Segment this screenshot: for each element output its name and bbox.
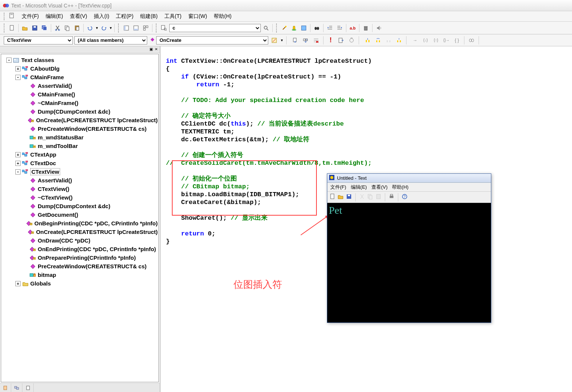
tb-brace-up[interactable]: {↑} bbox=[432, 36, 440, 45]
step-out-button[interactable] bbox=[384, 36, 393, 45]
redo-dropdown[interactable]: ▼ bbox=[109, 26, 112, 30]
paste-button[interactable] bbox=[72, 24, 81, 33]
tab-resourceview[interactable] bbox=[11, 383, 22, 392]
tree-row[interactable]: ~CTextView() bbox=[2, 193, 158, 202]
menu-item[interactable]: 工具(T) bbox=[161, 12, 185, 21]
execute-button[interactable]: ! bbox=[326, 36, 335, 45]
child-copy-button[interactable] bbox=[367, 194, 373, 201]
menu-item[interactable]: 查看(V) bbox=[67, 12, 90, 21]
find-combo[interactable]: c bbox=[169, 24, 261, 32]
find-button[interactable] bbox=[262, 24, 270, 33]
child-print-button[interactable] bbox=[389, 194, 395, 201]
wiz-action-button[interactable] bbox=[270, 36, 279, 45]
redo-button[interactable] bbox=[99, 24, 108, 33]
go-button[interactable] bbox=[337, 36, 346, 45]
tree-row[interactable]: CMainFrame() bbox=[2, 90, 158, 99]
expand-icon[interactable]: + bbox=[15, 281, 21, 286]
wand-button[interactable] bbox=[280, 24, 289, 33]
tb-brace-down[interactable]: {↓} bbox=[421, 36, 430, 45]
find-in-files-button[interactable] bbox=[160, 24, 168, 33]
child-open-button[interactable] bbox=[338, 194, 344, 201]
tree-row[interactable]: +CAboutDlg bbox=[2, 64, 158, 73]
collapse-icon[interactable]: - bbox=[6, 58, 12, 63]
tree-row[interactable]: bitmap bbox=[2, 271, 158, 279]
child-menu-item[interactable]: 帮助(H) bbox=[392, 184, 408, 191]
menu-item[interactable]: 工程(P) bbox=[113, 12, 136, 21]
tab-classview[interactable] bbox=[0, 383, 11, 392]
tb-brace-right[interactable]: {}→ bbox=[442, 36, 451, 45]
tree-row[interactable]: ~CMainFrame() bbox=[2, 99, 158, 107]
child-menu-item[interactable]: 编辑(E) bbox=[351, 184, 367, 191]
stop-build-button[interactable] bbox=[312, 36, 321, 45]
child-app-window[interactable]: Untitled - Text 文件(F)编辑(E)查看(V)帮助(H) ? P… bbox=[327, 173, 491, 323]
undo-dropdown[interactable]: ▼ bbox=[95, 26, 99, 30]
child-new-button[interactable] bbox=[330, 194, 336, 201]
class-tree[interactable]: -Text classes+CAboutDlg-CMainFrameAssert… bbox=[1, 54, 159, 382]
step-over-button[interactable] bbox=[374, 36, 383, 45]
compile-button[interactable] bbox=[291, 36, 300, 45]
menu-item[interactable]: 窗口(W) bbox=[185, 12, 210, 21]
tb-brace-pair[interactable]: { } bbox=[452, 36, 461, 45]
menu-item[interactable]: 编辑(E) bbox=[43, 12, 66, 21]
tree-row[interactable]: m_wndStatusBar bbox=[2, 133, 158, 142]
breakpoint-button[interactable] bbox=[347, 36, 356, 45]
highlight-button[interactable] bbox=[290, 24, 299, 33]
tree-row[interactable]: OnDraw(CDC *pDC) bbox=[2, 236, 158, 245]
tree-row[interactable]: OnBeginPrinting(CDC *pDC, CPrintInfo *pI… bbox=[2, 219, 158, 228]
tree-row[interactable]: CTextView() bbox=[2, 185, 158, 193]
tab-fileview[interactable] bbox=[22, 383, 34, 392]
tree-row[interactable]: -CTextView bbox=[2, 167, 158, 176]
tree-row[interactable]: PreCreateWindow(CREATESTRUCT& cs) bbox=[2, 262, 158, 271]
tree-row[interactable]: OnEndPrinting(CDC *pDC, CPrintInfo *pInf… bbox=[2, 245, 158, 253]
delete-button[interactable] bbox=[361, 24, 370, 33]
tree-row[interactable]: AssertValid() bbox=[2, 176, 158, 185]
collapse-icon[interactable]: - bbox=[15, 75, 21, 80]
tree-row[interactable]: +Globals bbox=[2, 279, 158, 288]
tree-row[interactable]: +CTextApp bbox=[2, 150, 158, 159]
tb-arrow-right[interactable]: → bbox=[411, 36, 420, 45]
bookmark-button[interactable] bbox=[299, 24, 308, 33]
collapse-icon[interactable]: - bbox=[15, 169, 21, 175]
child-save-button[interactable] bbox=[346, 194, 352, 201]
save-all-button[interactable] bbox=[40, 24, 49, 33]
filter-combo[interactable]: (All class members) bbox=[74, 36, 147, 44]
undo-button[interactable] bbox=[86, 24, 95, 33]
run-to-cursor-button[interactable] bbox=[395, 36, 404, 45]
expand-icon[interactable]: + bbox=[15, 66, 21, 71]
child-title-bar[interactable]: Untitled - Text bbox=[327, 174, 491, 183]
tree-row[interactable]: GetDocument() bbox=[2, 210, 158, 219]
menu-item[interactable]: 帮助(H) bbox=[211, 12, 234, 21]
menu-item[interactable]: 插入(I) bbox=[91, 12, 112, 21]
workspace-button[interactable] bbox=[122, 24, 131, 33]
pin-icon[interactable]: ▣ bbox=[148, 47, 154, 52]
tree-row[interactable]: -CMainFrame bbox=[2, 73, 158, 81]
child-menu-item[interactable]: 查看(V) bbox=[371, 184, 387, 191]
app-doc-icon[interactable] bbox=[9, 13, 15, 20]
tree-row[interactable]: Dump(CDumpContext &dc) bbox=[2, 202, 158, 210]
indent-button[interactable] bbox=[325, 24, 334, 33]
menu-item[interactable]: 文件(F) bbox=[19, 12, 42, 21]
sound-button[interactable] bbox=[374, 24, 383, 33]
tree-row[interactable]: m_wndToolBar bbox=[2, 142, 158, 150]
child-menu-item[interactable]: 文件(F) bbox=[330, 184, 346, 191]
open-button[interactable] bbox=[21, 24, 30, 33]
cut-button[interactable] bbox=[53, 24, 62, 33]
tree-row[interactable]: OnPreparePrinting(CPrintInfo *pInfo) bbox=[2, 253, 158, 262]
wiz-dropdown[interactable]: ▼ bbox=[280, 38, 284, 42]
member-combo[interactable]: OnCreate bbox=[156, 36, 268, 44]
new-file-button[interactable] bbox=[7, 24, 16, 33]
expand-icon[interactable]: + bbox=[15, 161, 21, 166]
child-cut-button[interactable] bbox=[359, 194, 365, 201]
tree-row[interactable]: OnCreate(LPCREATESTRUCT lpCreateStruct) bbox=[2, 228, 158, 236]
class-combo[interactable]: CTextView bbox=[4, 36, 73, 44]
child-paste-button[interactable] bbox=[375, 194, 381, 201]
expand-icon[interactable]: + bbox=[15, 152, 21, 157]
quickwatch-button[interactable] bbox=[467, 36, 476, 45]
tree-row[interactable]: OnCreate(LPCREATESTRUCT lpCreateStruct) bbox=[2, 116, 158, 124]
tree-row[interactable]: PreCreateWindow(CREATESTRUCT& cs) bbox=[2, 124, 158, 133]
menu-item[interactable]: 组建(B) bbox=[137, 12, 161, 21]
tree-row[interactable]: -Text classes bbox=[2, 56, 158, 64]
binoculars-button[interactable] bbox=[312, 24, 321, 33]
build-button[interactable] bbox=[301, 36, 310, 45]
child-help-button[interactable]: ? bbox=[402, 194, 408, 201]
